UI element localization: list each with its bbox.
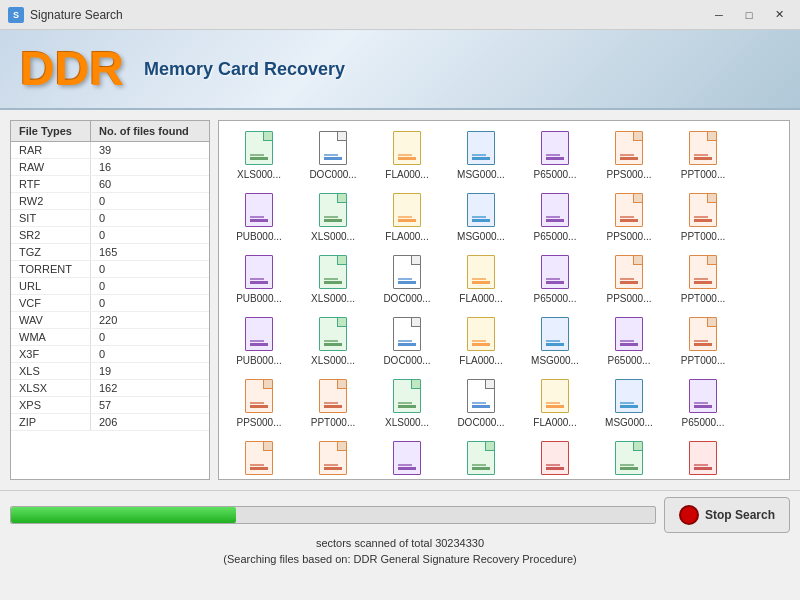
file-item[interactable]: XLS000...: [223, 125, 295, 185]
file-icon: [317, 191, 349, 229]
file-item[interactable]: PUB000...: [223, 187, 295, 247]
stop-search-button[interactable]: Stop Search: [664, 497, 790, 533]
file-label: FLA000...: [385, 169, 428, 181]
file-item[interactable]: XLS000...: [371, 373, 443, 433]
file-label: ZIP002...: [683, 479, 724, 480]
file-type-row[interactable]: SR20: [11, 227, 209, 244]
file-item[interactable]: DOC000...: [371, 249, 443, 309]
file-type-row[interactable]: XLSX162: [11, 380, 209, 397]
file-item[interactable]: ZIP002...: [519, 435, 591, 480]
file-label: PPS000...: [606, 169, 651, 181]
file-item[interactable]: XLS000...: [445, 435, 517, 480]
file-item[interactable]: PPT000...: [297, 373, 369, 433]
file-item[interactable]: FLA000...: [371, 125, 443, 185]
app-icon: S: [8, 7, 24, 23]
file-item[interactable]: PPS000...: [593, 125, 665, 185]
file-type-count: 16: [91, 159, 209, 175]
file-icon: [391, 377, 423, 415]
file-item[interactable]: PPT000...: [667, 249, 739, 309]
file-type-row[interactable]: RTF60: [11, 176, 209, 193]
file-item[interactable]: DOC000...: [445, 373, 517, 433]
file-type-row[interactable]: RAR39: [11, 142, 209, 159]
file-grid-panel: XLS000... DOC000... FLA000... MSG000...: [218, 120, 790, 480]
title-bar-controls: ─ □ ✕: [706, 5, 792, 25]
file-icon: [465, 315, 497, 353]
file-item[interactable]: XLS000...: [297, 249, 369, 309]
file-item[interactable]: MSG000...: [519, 311, 591, 371]
file-item[interactable]: PPT000...: [667, 187, 739, 247]
file-item[interactable]: PPT000...: [297, 435, 369, 480]
file-type-count: 0: [91, 346, 209, 362]
close-button[interactable]: ✕: [766, 5, 792, 25]
file-item[interactable]: PPS000...: [593, 249, 665, 309]
maximize-button[interactable]: □: [736, 5, 762, 25]
minimize-button[interactable]: ─: [706, 5, 732, 25]
file-item[interactable]: P65000...: [667, 373, 739, 433]
file-type-count: 39: [91, 142, 209, 158]
file-icon: [317, 439, 349, 477]
file-type-row[interactable]: URL0: [11, 278, 209, 295]
file-label: DOC000...: [309, 169, 356, 181]
file-type-count: 19: [91, 363, 209, 379]
file-type-name: RTF: [11, 176, 91, 192]
file-item[interactable]: FLA000...: [371, 187, 443, 247]
file-item[interactable]: MSG000...: [593, 373, 665, 433]
file-type-row[interactable]: WAV220: [11, 312, 209, 329]
file-type-row[interactable]: ZIP206: [11, 414, 209, 431]
col-header-type: File Types: [11, 121, 91, 141]
file-grid: XLS000... DOC000... FLA000... MSG000...: [219, 121, 789, 480]
file-item[interactable]: PPS000...: [223, 435, 295, 480]
file-item[interactable]: DOC000...: [297, 125, 369, 185]
file-type-count: 165: [91, 244, 209, 260]
file-item[interactable]: MSG000...: [445, 187, 517, 247]
file-item[interactable]: ZIP002...: [667, 435, 739, 480]
file-type-row[interactable]: XPS57: [11, 397, 209, 414]
file-type-row[interactable]: XLS19: [11, 363, 209, 380]
file-label: XLS000...: [459, 479, 503, 480]
file-item[interactable]: P65000...: [519, 125, 591, 185]
file-item[interactable]: XLSX001...: [593, 435, 665, 480]
file-type-name: ZIP: [11, 414, 91, 430]
file-type-row[interactable]: RW20: [11, 193, 209, 210]
file-item[interactable]: PPS000...: [223, 373, 295, 433]
file-type-name: WMA: [11, 329, 91, 345]
file-item[interactable]: DOC000...: [371, 311, 443, 371]
file-icon: [465, 129, 497, 167]
file-item[interactable]: PPS000...: [593, 187, 665, 247]
file-icon: [613, 377, 645, 415]
file-type-row[interactable]: SIT0: [11, 210, 209, 227]
file-type-row[interactable]: RAW16: [11, 159, 209, 176]
file-item[interactable]: FLA000...: [445, 249, 517, 309]
file-label: ZIP002...: [535, 479, 576, 480]
file-label: MSG000...: [457, 169, 505, 181]
file-type-count: 162: [91, 380, 209, 396]
file-item[interactable]: PUB000...: [223, 249, 295, 309]
file-item[interactable]: FLA000...: [519, 373, 591, 433]
file-item[interactable]: PPT000...: [667, 311, 739, 371]
file-item[interactable]: P65000...: [519, 187, 591, 247]
file-item[interactable]: P65000...: [519, 249, 591, 309]
file-type-row[interactable]: X3F0: [11, 346, 209, 363]
file-icon: [687, 191, 719, 229]
file-item[interactable]: FLA000...: [445, 311, 517, 371]
file-type-row[interactable]: TGZ165: [11, 244, 209, 261]
file-item[interactable]: PPT000...: [667, 125, 739, 185]
file-item[interactable]: P65000...: [593, 311, 665, 371]
file-type-row[interactable]: TORRENT0: [11, 261, 209, 278]
window-title: Signature Search: [30, 8, 123, 22]
file-item[interactable]: XLS000...: [297, 311, 369, 371]
file-icon: [539, 439, 571, 477]
file-icon: [465, 253, 497, 291]
file-label: PUB000...: [236, 355, 282, 367]
file-label: DOC000...: [383, 293, 430, 305]
file-item[interactable]: PUB000...: [371, 435, 443, 480]
main-content: File Types No. of files found RAR39RAW16…: [0, 110, 800, 490]
file-item[interactable]: PUB000...: [223, 311, 295, 371]
file-type-name: X3F: [11, 346, 91, 362]
file-icon: [539, 315, 571, 353]
file-type-row[interactable]: WMA0: [11, 329, 209, 346]
file-item[interactable]: XLS000...: [297, 187, 369, 247]
file-item[interactable]: MSG000...: [445, 125, 517, 185]
file-type-row[interactable]: VCF0: [11, 295, 209, 312]
file-label: DOC000...: [457, 417, 504, 429]
